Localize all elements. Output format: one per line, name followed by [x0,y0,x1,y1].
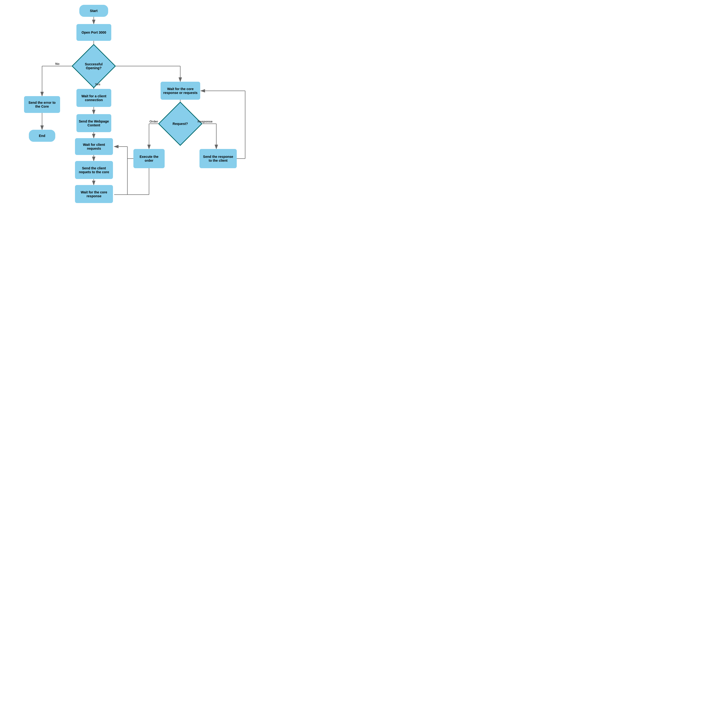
wait-client-req-node: Wait for client requests [75,138,113,155]
send-error-node: Send the error to the Core [24,96,60,113]
execute-order-node: Execute the order [133,149,165,168]
yes-label: Yes [95,82,100,86]
order-label: Order [149,120,158,123]
start-node: Start [79,5,108,17]
open-port-node: Open Port 3000 [77,24,111,41]
request-diamond: Request? [165,108,196,139]
send-resp-client-node: Send the response to the client [199,149,237,168]
wait-core-resp-node: Wait for the core response [75,185,113,203]
wait-client-node: Wait for a client connection [77,89,111,107]
successful-opening-diamond: Successful Opening? [78,50,109,82]
send-webpage-node: Send the Webpage Content [77,114,111,132]
no-label: No [55,62,59,66]
response-label: Response [198,120,212,123]
wait-core-resp-req-node: Wait for the core response or requests [160,82,200,100]
flowchart: Start Open Port 3000 Successful Opening?… [0,0,264,235]
arrows-svg [0,0,264,235]
send-client-req-node: Send the client requets to the core [75,161,113,179]
end-node: End [29,130,55,142]
